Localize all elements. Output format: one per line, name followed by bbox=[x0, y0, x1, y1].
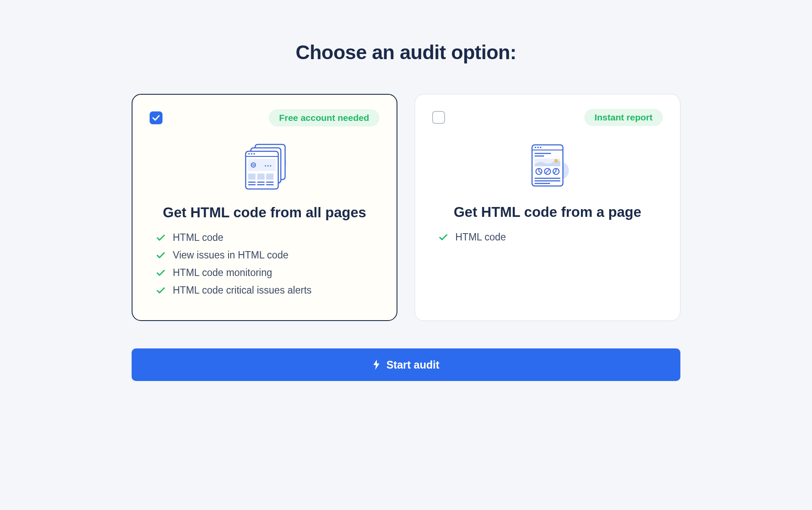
multi-page-illustration-icon bbox=[150, 137, 379, 197]
card-header: Free account needed bbox=[150, 109, 379, 126]
svg-point-11 bbox=[268, 165, 269, 167]
check-icon bbox=[156, 234, 165, 241]
feature-item: HTML code critical issues alerts bbox=[156, 285, 373, 296]
feature-label: HTML code critical issues alerts bbox=[173, 285, 312, 296]
features-list: HTML code View issues in HTML code HTML … bbox=[150, 232, 379, 302]
svg-point-25 bbox=[535, 147, 536, 148]
check-icon bbox=[156, 287, 165, 294]
svg-point-31 bbox=[554, 159, 558, 162]
svg-point-5 bbox=[248, 153, 250, 155]
feature-item: View issues in HTML code bbox=[156, 249, 373, 261]
checkbox-checked-icon[interactable] bbox=[150, 111, 162, 124]
start-audit-button[interactable]: Start audit bbox=[132, 348, 680, 381]
svg-point-10 bbox=[265, 165, 266, 167]
feature-label: View issues in HTML code bbox=[173, 249, 289, 261]
feature-label: HTML code bbox=[173, 232, 223, 243]
page-title: Choose an audit option: bbox=[296, 41, 517, 64]
card-title: Get HTML code from a page bbox=[432, 204, 663, 220]
single-page-illustration-icon bbox=[432, 136, 663, 196]
badge-free-account: Free account needed bbox=[269, 109, 379, 126]
svg-rect-14 bbox=[257, 174, 265, 180]
feature-item: HTML code bbox=[156, 232, 373, 243]
option-card-all-pages[interactable]: Free account needed bbox=[132, 94, 397, 321]
cards-row: Free account needed bbox=[132, 94, 680, 321]
feature-item: HTML code bbox=[439, 231, 656, 243]
svg-point-7 bbox=[253, 153, 255, 155]
check-icon bbox=[439, 234, 448, 241]
feature-label: HTML code monitoring bbox=[173, 267, 272, 279]
svg-point-6 bbox=[251, 153, 253, 155]
check-icon bbox=[156, 270, 165, 276]
option-card-single-page[interactable]: Instant report bbox=[415, 94, 680, 321]
lightning-icon bbox=[373, 360, 380, 370]
card-title: Get HTML code from all pages bbox=[150, 204, 379, 221]
svg-point-26 bbox=[537, 147, 539, 148]
svg-rect-13 bbox=[248, 174, 256, 180]
check-icon bbox=[156, 252, 165, 259]
features-list: HTML code bbox=[432, 231, 663, 249]
feature-item: HTML code monitoring bbox=[156, 267, 373, 279]
badge-instant-report: Instant report bbox=[584, 109, 663, 126]
svg-point-12 bbox=[270, 165, 271, 167]
card-header: Instant report bbox=[432, 109, 663, 126]
svg-rect-15 bbox=[266, 174, 274, 180]
svg-point-27 bbox=[540, 147, 541, 148]
checkbox-unchecked-icon[interactable] bbox=[432, 111, 445, 124]
feature-label: HTML code bbox=[455, 231, 506, 243]
cta-label: Start audit bbox=[386, 359, 439, 371]
